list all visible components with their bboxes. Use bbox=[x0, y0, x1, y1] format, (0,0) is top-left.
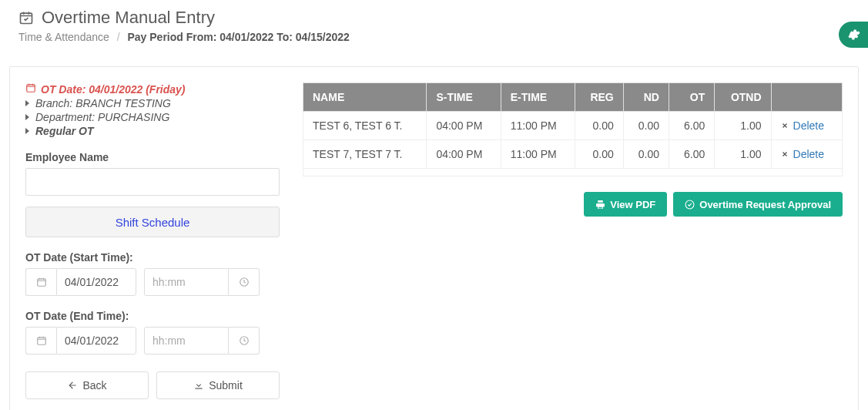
svg-rect-4 bbox=[37, 338, 45, 344]
table-row: TEST 6, TEST 6 T. 04:00 PM 11:00 PM 0.00… bbox=[303, 112, 843, 140]
svg-rect-1 bbox=[27, 85, 35, 92]
end-time-group bbox=[144, 327, 260, 355]
dept-value: PURCHASING bbox=[98, 111, 169, 123]
breadcrumb-separator: / bbox=[117, 31, 120, 43]
page-header: Overtime Manual Entry bbox=[9, 0, 859, 28]
breadcrumb: Time & Attendance / Pay Period From: 04/… bbox=[9, 28, 859, 43]
branch-label: Branch: bbox=[35, 97, 75, 109]
col-actions bbox=[771, 83, 842, 112]
col-ot: OT bbox=[669, 83, 714, 112]
table-column: NAME S-TIME E-TIME REG ND OT OTND TEST 6… bbox=[303, 82, 843, 217]
svg-rect-2 bbox=[37, 279, 45, 286]
check-circle-icon bbox=[685, 200, 695, 210]
employee-name-label: Employee Name bbox=[25, 151, 280, 163]
x-icon bbox=[781, 150, 789, 158]
caret-icon bbox=[25, 114, 29, 120]
print-icon bbox=[595, 200, 605, 210]
col-name: NAME bbox=[303, 83, 427, 112]
cell-name: TEST 6, TEST 6 T. bbox=[303, 112, 427, 140]
dept-label: Department: bbox=[35, 111, 98, 123]
start-date-group bbox=[25, 268, 136, 296]
start-time-group bbox=[144, 268, 260, 296]
cell-ot: 6.00 bbox=[669, 112, 714, 140]
col-nd: ND bbox=[623, 83, 669, 112]
svg-point-6 bbox=[685, 200, 694, 209]
ot-date-value: 04/01/2022 (Friday) bbox=[89, 83, 185, 96]
ot-type-value: Regular OT bbox=[35, 125, 93, 137]
approval-label: Overtime Request Approval bbox=[699, 199, 831, 210]
approval-button[interactable]: Overtime Request Approval bbox=[673, 192, 843, 217]
cell-reg: 0.00 bbox=[575, 140, 624, 169]
cell-nd: 0.00 bbox=[623, 112, 669, 140]
clock-addon-icon[interactable] bbox=[229, 268, 260, 296]
department-info: Department: PURCHASING bbox=[25, 111, 280, 123]
caret-icon bbox=[25, 128, 29, 134]
cell-otnd: 1.00 bbox=[715, 140, 771, 169]
delete-link[interactable]: Delete bbox=[781, 148, 824, 160]
overtime-table: NAME S-TIME E-TIME REG ND OT OTND TEST 6… bbox=[303, 82, 843, 176]
calendar-addon-icon[interactable] bbox=[25, 268, 56, 296]
x-icon bbox=[781, 122, 789, 129]
cell-nd: 0.00 bbox=[623, 140, 669, 169]
delete-link[interactable]: Delete bbox=[781, 119, 824, 132]
back-button[interactable]: Back bbox=[25, 371, 149, 399]
cell-otnd: 1.00 bbox=[715, 112, 771, 140]
clock-addon-icon[interactable] bbox=[229, 327, 260, 355]
end-time-label: OT Date (End Time): bbox=[25, 310, 280, 322]
end-date-group bbox=[25, 327, 136, 355]
shift-schedule-button[interactable]: Shift Schedule bbox=[25, 207, 280, 237]
form-column: OT Date: 04/01/2022 (Friday) Branch: BRA… bbox=[25, 82, 280, 399]
calendar-small-icon bbox=[25, 82, 36, 96]
table-separator bbox=[303, 169, 843, 176]
svg-rect-0 bbox=[21, 13, 32, 23]
table-row: TEST 7, TEST 7 T. 04:00 PM 11:00 PM 0.00… bbox=[303, 140, 843, 169]
employee-name-input[interactable] bbox=[25, 168, 280, 196]
start-time-input[interactable] bbox=[144, 268, 229, 296]
cell-name: TEST 7, TEST 7 T. bbox=[303, 140, 427, 169]
view-pdf-label: View PDF bbox=[610, 199, 655, 210]
view-pdf-button[interactable]: View PDF bbox=[584, 192, 667, 217]
ot-date-prefix: OT Date: bbox=[41, 83, 89, 96]
ot-type-info: Regular OT bbox=[25, 125, 280, 137]
cell-reg: 0.00 bbox=[575, 112, 624, 140]
start-date-input[interactable] bbox=[56, 268, 136, 296]
delete-label: Delete bbox=[793, 119, 824, 132]
calendar-addon-icon[interactable] bbox=[25, 327, 56, 355]
start-time-label: OT Date (Start Time): bbox=[25, 251, 280, 264]
submit-button[interactable]: Submit bbox=[156, 371, 280, 399]
col-s-time: S-TIME bbox=[427, 83, 501, 112]
ot-date-info: OT Date: 04/01/2022 (Friday) bbox=[25, 82, 280, 96]
breadcrumb-current: Pay Period From: 04/01/2022 To: 04/15/20… bbox=[127, 31, 349, 43]
branch-value: BRANCH TESTING bbox=[75, 97, 171, 109]
calendar-icon bbox=[18, 10, 34, 25]
end-date-input[interactable] bbox=[56, 327, 136, 355]
cell-etime: 11:00 PM bbox=[501, 112, 575, 140]
end-time-input[interactable] bbox=[144, 327, 229, 355]
back-button-label: Back bbox=[82, 379, 106, 392]
cell-stime: 04:00 PM bbox=[427, 140, 501, 169]
col-e-time: E-TIME bbox=[501, 83, 575, 112]
cell-stime: 04:00 PM bbox=[427, 112, 501, 140]
breadcrumb-root[interactable]: Time & Attendance bbox=[18, 31, 109, 43]
arrow-left-icon bbox=[67, 380, 78, 391]
cell-ot: 6.00 bbox=[669, 140, 714, 169]
cell-actions: Delete bbox=[771, 140, 842, 169]
branch-info: Branch: BRANCH TESTING bbox=[25, 97, 280, 109]
caret-icon bbox=[25, 100, 29, 106]
delete-label: Delete bbox=[793, 148, 824, 160]
cell-etime: 11:00 PM bbox=[501, 140, 575, 169]
right-action-bar: View PDF Overtime Request Approval bbox=[303, 192, 843, 217]
download-icon bbox=[193, 380, 204, 391]
main-panel: OT Date: 04/01/2022 (Friday) Branch: BRA… bbox=[9, 66, 859, 410]
cell-actions: Delete bbox=[771, 112, 842, 140]
submit-button-label: Submit bbox=[209, 379, 243, 392]
col-otnd: OTND bbox=[715, 83, 771, 112]
col-reg: REG bbox=[575, 83, 624, 112]
page-title: Overtime Manual Entry bbox=[42, 8, 215, 28]
